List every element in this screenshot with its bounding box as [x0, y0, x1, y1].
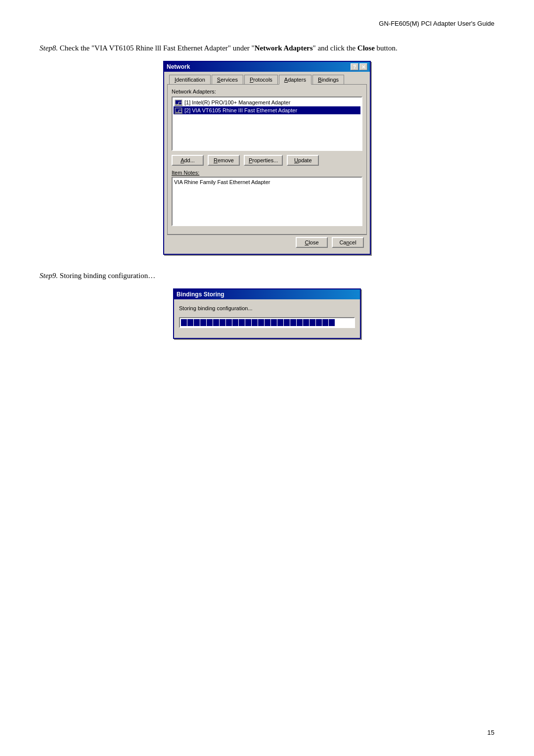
progress-segment	[303, 319, 309, 326]
tab-identification-label: Identification	[175, 77, 205, 83]
progress-segment	[194, 319, 200, 326]
progress-segment	[316, 319, 322, 326]
progress-segment	[297, 319, 303, 326]
bindings-text: Storing binding configuration...	[179, 305, 355, 311]
network-titlebar: Network ? ✕	[164, 62, 370, 72]
tab-services-label: Services	[217, 77, 238, 83]
progress-segment	[252, 319, 258, 326]
network-dialog-body: Identification Services Protocols Adapte…	[164, 72, 370, 254]
adapter-item-1[interactable]: [1] Intel(R) PRO/100+ Management Adapter	[174, 98, 360, 106]
svg-rect-6	[179, 102, 181, 104]
item-notes-label: Item Notes:	[172, 170, 362, 176]
tab-content: Network Adapters:	[167, 84, 367, 235]
remove-button[interactable]: Remove	[208, 155, 240, 166]
item-notes-box: VIA Rhine Family Fast Ethernet Adapter	[172, 177, 362, 226]
tab-adapters[interactable]: Adapters	[279, 75, 312, 85]
adapter-item-1-label: [1] Intel(R) PRO/100+ Management Adapter	[184, 99, 290, 105]
help-button[interactable]: ?	[351, 63, 358, 70]
bindings-titlebar: Bindings Storing	[174, 289, 360, 299]
page-number: 15	[488, 729, 494, 736]
progress-segment	[187, 319, 193, 326]
progress-segment	[271, 319, 277, 326]
properties-button[interactable]: Properties...	[244, 155, 283, 166]
bindings-body: Storing binding configuration...	[174, 299, 360, 338]
close-button[interactable]: ✕	[359, 63, 367, 70]
progress-segment	[181, 319, 187, 326]
header-text: GN-FE605(M) PCI Adapter User's Guide	[379, 20, 494, 27]
bindings-title: Bindings Storing	[177, 291, 224, 298]
item-notes-text: VIA Rhine Family Fast Ethernet Adapter	[174, 179, 270, 185]
cancel-dialog-button[interactable]: Cancel	[332, 237, 364, 248]
progress-segment	[329, 319, 335, 326]
progress-segment	[232, 319, 238, 326]
progress-segment	[226, 319, 232, 326]
tab-identification[interactable]: Identification	[169, 75, 211, 85]
progress-segment	[207, 319, 213, 326]
tab-adapters-label: Adapters	[284, 77, 306, 83]
adapter2-icon	[175, 107, 182, 114]
progress-inner	[181, 319, 353, 326]
step9-label: Step9.	[40, 272, 58, 280]
network-dialog: Network ? ✕ Identification Services Prot…	[163, 61, 371, 255]
step8-bold1: Network Adapters	[255, 44, 313, 52]
bindings-dialog: Bindings Storing Storing binding configu…	[173, 288, 361, 339]
step8-label: Step8.	[40, 44, 58, 52]
tab-protocols-label: Protocols	[250, 77, 272, 83]
progress-segment	[322, 319, 328, 326]
step8-text2: " and click the	[313, 44, 357, 52]
progress-segment	[277, 319, 283, 326]
network-adapters-label: Network Adapters:	[172, 89, 362, 94]
tab-protocols[interactable]: Protocols	[244, 75, 278, 85]
progress-segment	[284, 319, 290, 326]
progress-segment	[239, 319, 245, 326]
progress-segment	[220, 319, 225, 326]
update-button[interactable]: Update	[287, 155, 319, 166]
close-dialog-button[interactable]: Close	[296, 237, 328, 248]
tab-bindings-label: Bindings	[318, 77, 339, 83]
adapter-listbox[interactable]: [1] Intel(R) PRO/100+ Management Adapter	[172, 96, 362, 151]
progress-segment	[245, 319, 251, 326]
page-container: GN-FE605(M) PCI Adapter User's Guide Ste…	[0, 0, 534, 756]
page-header: GN-FE605(M) PCI Adapter User's Guide	[40, 20, 494, 27]
step8-text3: button.	[375, 44, 398, 52]
adapter-item-2-label: [2] VIA VT6105 Rhine III Fast Ethernet A…	[184, 107, 297, 113]
tab-bar: Identification Services Protocols Adapte…	[167, 75, 367, 85]
adapter-item-2[interactable]: [2] VIA VT6105 Rhine III Fast Ethernet A…	[174, 106, 360, 114]
svg-rect-4	[175, 105, 182, 106]
add-button[interactable]: Add...	[172, 155, 204, 166]
progress-segment	[265, 319, 270, 326]
adapter-button-row: Add... Remove Properties... Update	[172, 155, 362, 166]
step8-text: Step8. Check the "VIA VT6105 Rhine lll F…	[40, 42, 494, 54]
progress-segment	[310, 319, 315, 326]
titlebar-buttons: ? ✕	[351, 63, 367, 70]
progress-segment	[200, 319, 206, 326]
progress-segment	[258, 319, 264, 326]
step9-container: Step9. Storing binding configuration… Bi…	[40, 270, 494, 339]
step9-body: Storing binding configuration…	[60, 272, 155, 280]
adapter1-icon	[175, 99, 182, 106]
svg-rect-13	[179, 110, 181, 112]
svg-rect-11	[175, 113, 182, 114]
progress-bar	[179, 317, 355, 328]
step9-text: Step9. Storing binding configuration…	[40, 270, 494, 282]
network-title: Network	[167, 63, 190, 70]
step8-text1: Check the "VIA VT6105 Rhine lll Fast Eth…	[60, 44, 255, 52]
tab-services[interactable]: Services	[212, 75, 243, 85]
tab-bindings[interactable]: Bindings	[312, 75, 344, 85]
progress-segment	[290, 319, 296, 326]
dialog-footer: Close Cancel	[167, 235, 367, 251]
step8-bold2: Close	[357, 44, 375, 52]
progress-segment	[213, 319, 219, 326]
